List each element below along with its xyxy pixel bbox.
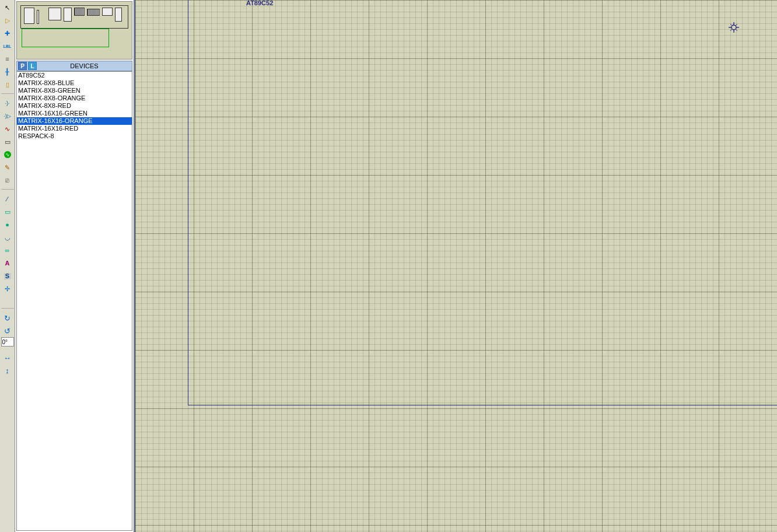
devices-header: P L DEVICES — [16, 61, 132, 71]
tool-bus[interactable]: ╂ — [1, 66, 14, 78]
rotate-ccw[interactable]: ↺ — [1, 325, 14, 337]
schematic-canvas[interactable]: AT89C52 — [135, 0, 777, 532]
svg-line-8 — [736, 29, 737, 31]
device-item[interactable]: AT89C52 — [17, 72, 132, 79]
tool-instrument[interactable]: ⎚ — [1, 174, 14, 186]
svg-line-7 — [730, 29, 732, 31]
tool-subcircuit[interactable]: ▯ — [1, 79, 14, 90]
side-panel: P L DEVICES AT89C52MATRIX-8X8-BLUEMATRIX… — [15, 0, 135, 532]
tool-junction[interactable]: ✚ — [1, 27, 14, 39]
flip-vertical[interactable]: ↕ — [1, 365, 14, 376]
tool-tape[interactable]: ▭ — [1, 136, 14, 148]
tool-symbol[interactable]: S — [1, 270, 14, 282]
tool-arc[interactable]: ◡ — [1, 232, 14, 243]
device-item[interactable]: MATRIX-8X8-GREEN — [17, 87, 132, 94]
tool-pin[interactable]: ·)▷ — [1, 110, 14, 122]
tool-select[interactable]: ↖ — [1, 2, 14, 13]
tool-origin[interactable]: ✢ — [1, 283, 14, 295]
tool-path[interactable]: ∞ — [1, 244, 14, 256]
flip-horizontal[interactable]: ↔ — [1, 352, 14, 363]
rotate-cw[interactable]: ↻ — [1, 312, 14, 324]
pick-devices-button[interactable]: P — [18, 62, 27, 70]
devices-title: DEVICES — [37, 62, 132, 69]
device-item[interactable]: MATRIX-16X16-ORANGE — [17, 117, 132, 125]
device-list[interactable]: AT89C52MATRIX-8X8-BLUEMATRIX-8X8-GREENMA… — [16, 71, 132, 531]
device-item[interactable]: MATRIX-8X8-RED — [17, 102, 132, 110]
overview-minimap[interactable] — [16, 1, 132, 60]
component-label: AT89C52 — [246, 0, 273, 6]
device-item[interactable]: RESPACK-8 — [17, 132, 132, 140]
grid-background — [135, 0, 777, 532]
origin-crosshair-icon — [729, 22, 739, 33]
left-toolbar: ↖ ▷ ✚ LBL ≡ ╂ ▯ ·)· ·)▷ ∿ ▭ ∿ ✎ ⎚ ∕ ▭ ● … — [0, 0, 15, 532]
tool-generator[interactable]: ∿ — [1, 149, 14, 160]
tool-text[interactable]: A — [1, 257, 14, 269]
device-item[interactable]: MATRIX-8X8-BLUE — [17, 79, 132, 87]
svg-line-6 — [736, 24, 737, 26]
device-item[interactable]: MATRIX-8X8-ORANGE — [17, 94, 132, 102]
tool-rect[interactable]: ▭ — [1, 206, 14, 218]
tool-graph[interactable]: ∿ — [1, 123, 14, 135]
tool-probe[interactable]: ✎ — [1, 162, 14, 173]
tool-line[interactable]: ∕ — [1, 193, 14, 205]
libraries-button[interactable]: L — [28, 62, 37, 70]
tool-label[interactable]: LBL — [1, 40, 14, 52]
tool-component[interactable]: ▷ — [1, 15, 14, 26]
sheet-border-vertical — [188, 0, 188, 405]
svg-point-0 — [732, 25, 736, 30]
rotate-angle-input[interactable] — [1, 337, 14, 346]
device-item[interactable]: MATRIX-16X16-GREEN — [17, 110, 132, 117]
svg-line-5 — [730, 24, 732, 26]
tool-terminal[interactable]: ·)· — [1, 97, 14, 109]
tool-circle[interactable]: ● — [1, 219, 14, 230]
sheet-border-horizontal — [188, 405, 777, 405]
tool-script[interactable]: ≡ — [1, 53, 14, 65]
device-item[interactable]: MATRIX-16X16-RED — [17, 125, 132, 132]
